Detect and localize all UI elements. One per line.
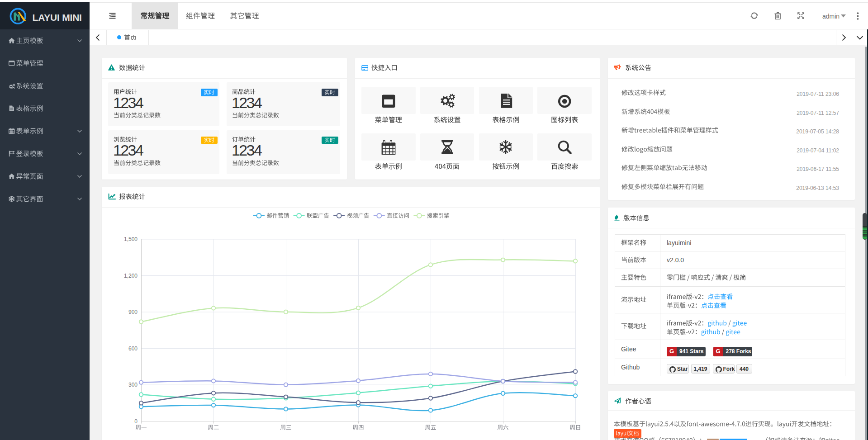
svg-text:0: 0 [134, 418, 138, 425]
svg-text:1,200: 1,200 [124, 273, 138, 279]
svg-text:300: 300 [128, 382, 138, 388]
svg-text:900: 900 [128, 309, 138, 315]
svg-text:1,500: 1,500 [124, 236, 138, 242]
svg-text:600: 600 [128, 345, 138, 352]
